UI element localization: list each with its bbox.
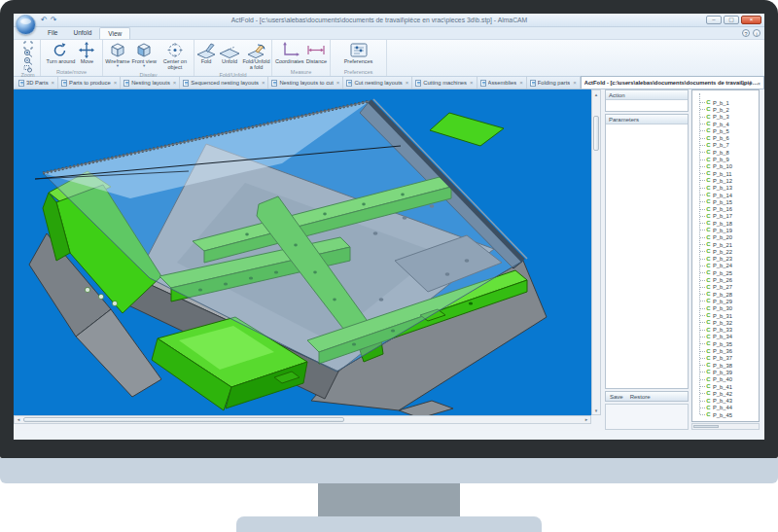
tree-item[interactable]: CP_b_1	[692, 99, 759, 106]
close-tab-icon[interactable]: ×	[469, 80, 474, 86]
tree-item[interactable]: CP_b_18	[692, 220, 759, 227]
tree-item[interactable]: CP_b_38	[692, 362, 759, 369]
tree-item[interactable]: CP_b_28	[692, 291, 759, 298]
scroll-down-icon[interactable]: ▾	[592, 407, 600, 414]
help-icon[interactable]: ?	[742, 29, 750, 37]
tree-item[interactable]: CP_b_32	[692, 319, 759, 326]
document-tab-sequenced-nesting-layouts[interactable]: Sequenced nesting layouts×	[180, 77, 268, 89]
document-tab-assemblies[interactable]: Assemblies×	[477, 77, 527, 89]
tree-item[interactable]: CP_b_30	[692, 305, 759, 312]
tree-item[interactable]: CP_b_5	[692, 127, 759, 134]
tree-item[interactable]: CP_b_42	[692, 390, 759, 397]
tree-item[interactable]: CP_b_43	[692, 397, 759, 404]
restore-button[interactable]: Restore	[630, 392, 651, 401]
tree-item[interactable]: CP_b_21	[692, 241, 759, 248]
tree-scroll-thumb[interactable]	[693, 425, 719, 428]
front-view-button[interactable]: Front view▾	[131, 41, 158, 67]
document-tab-parts-to-produce[interactable]: Parts to produce×	[58, 77, 121, 89]
tree-item[interactable]: CP_b_26	[692, 276, 759, 283]
document-tab-nesting-layouts-to-cut[interactable]: Nesting layouts to cut×	[268, 77, 343, 89]
document-tab-3d-parts[interactable]: 3D Parts×	[16, 77, 58, 89]
tree-item[interactable]: CP_b_29	[692, 298, 759, 304]
tree-item[interactable]: CP_b_35	[692, 340, 759, 347]
tree-item[interactable]: CP_b_40	[692, 376, 759, 383]
minimize-button[interactable]: –	[706, 16, 722, 24]
scroll-up-icon[interactable]: ▴	[592, 90, 600, 98]
center-on-object-button[interactable]: Center on object	[158, 41, 193, 71]
tree-item[interactable]: CP_b_15	[692, 198, 759, 205]
close-tab-icon[interactable]: ×	[172, 80, 177, 86]
move-button[interactable]: Move	[76, 41, 97, 64]
save-button[interactable]: Save	[610, 392, 623, 401]
distance-button[interactable]: Distance	[305, 41, 328, 64]
tree-item[interactable]: CP_b_14	[692, 192, 759, 198]
close-tab-icon[interactable]: ×	[572, 80, 577, 86]
tree-horizontal-scrollbar[interactable]	[691, 423, 760, 430]
tree-item[interactable]: CP_b_22	[692, 248, 759, 255]
tree-item[interactable]: CP_b_19	[692, 227, 759, 233]
preferences-button[interactable]: Preferences	[343, 41, 374, 64]
ribbon-tab-view[interactable]: View	[99, 27, 130, 39]
tree-item[interactable]: CP_b_36	[692, 347, 759, 354]
coordinates-button[interactable]: Coordinates	[274, 41, 305, 64]
tree-item[interactable]: CP_b_10	[692, 163, 759, 170]
close-tab-icon[interactable]: ×	[336, 80, 340, 86]
horizontal-scroll-thumb[interactable]	[23, 417, 344, 422]
tree-item[interactable]: CP_b_34	[692, 334, 759, 340]
tree-item[interactable]: CP_b_3	[692, 114, 759, 121]
tree-item[interactable]: CP_b_17	[692, 213, 759, 220]
tree-item[interactable]: CP_b_8	[692, 149, 759, 156]
tree-item[interactable]: CP_b_39	[692, 369, 759, 375]
tree-item[interactable]: CP_b_2	[692, 106, 759, 113]
tree-item[interactable]: CP_b_9	[692, 156, 759, 162]
tree-item[interactable]: CP_b_27	[692, 284, 759, 291]
document-tab-cutting-machines[interactable]: Cutting machines×	[412, 77, 477, 89]
scroll-left-icon[interactable]: ◂	[15, 416, 22, 423]
maximize-button[interactable]: ▢	[724, 16, 739, 24]
tree-item[interactable]: CP_b_24	[692, 263, 759, 269]
tree-item[interactable]: CP_b_37	[692, 355, 759, 362]
tree-item[interactable]: CP_b_45	[692, 411, 759, 418]
document-tab-cut-nesting-layouts[interactable]: Cut nesting layouts×	[343, 77, 412, 89]
tree-item[interactable]: CP_b_33	[692, 327, 759, 334]
tree-item[interactable]: CP_b_41	[692, 383, 759, 390]
turn-around-button[interactable]: Turn around	[46, 41, 77, 64]
viewport-horizontal-scrollbar[interactable]: ◂ ▸	[14, 415, 591, 424]
zoom-window-button[interactable]	[22, 64, 34, 71]
wireframe-button[interactable]: Wireframe▾	[104, 41, 130, 67]
close-tab-icon[interactable]: ×	[261, 80, 265, 86]
fold-unfold-a-fold-button[interactable]: Fold/Unfold a fold	[241, 41, 271, 71]
tree-item[interactable]: CP_b_12	[692, 177, 759, 184]
close-tab-icon[interactable]: ×	[405, 80, 409, 86]
ribbon-tab-unfold[interactable]: Unfold	[65, 27, 99, 39]
unfold-button[interactable]: Unfold	[218, 41, 241, 64]
ribbon-tab-file[interactable]: File	[40, 27, 65, 39]
close-tab-icon[interactable]: ×	[518, 80, 523, 86]
quick-access-toolbar[interactable]: ↶↷	[41, 14, 59, 26]
close-tab-icon[interactable]: ×	[51, 80, 55, 86]
info-icon[interactable]: i	[753, 29, 760, 37]
tree-item[interactable]: CP_b_25	[692, 269, 759, 276]
tree-item[interactable]: CP_b_16	[692, 205, 759, 212]
close-button[interactable]: ×	[741, 16, 761, 24]
redo-icon[interactable]: ↷	[51, 16, 60, 24]
scroll-right-icon[interactable]: ▸	[583, 416, 590, 423]
tree-item[interactable]: CP_b_6	[692, 134, 759, 141]
undo-icon[interactable]: ↶	[41, 16, 51, 24]
tree-item[interactable]: CP_b_23	[692, 256, 759, 263]
tree-item[interactable]: CP_b_4	[692, 121, 759, 127]
tab-scroll-controls[interactable]: ◂ ▸ ×	[741, 81, 762, 87]
tree-item[interactable]: CP_b_11	[692, 170, 759, 177]
tree-item[interactable]: CP_b_31	[692, 312, 759, 319]
close-tab-icon[interactable]: ×	[113, 80, 118, 86]
almacam-logo-icon[interactable]	[16, 15, 36, 35]
tree-item[interactable]: CP_b_7	[692, 142, 759, 149]
viewport-3d[interactable]	[14, 89, 591, 415]
document-tab-active[interactable]: ActFold - [c:\users\alebas\documents\doc…	[581, 76, 764, 89]
document-tab-folding-parts[interactable]: Folding parts×	[527, 77, 581, 89]
tree-item[interactable]: CP_b_20	[692, 234, 759, 241]
tree-item[interactable]: CP_b_44	[692, 405, 759, 411]
viewport-vertical-scrollbar[interactable]: ▴ ▾	[591, 89, 601, 415]
document-tab-nesting-layouts[interactable]: Nesting layouts×	[121, 77, 180, 89]
tree-item[interactable]: CP_b_13	[692, 185, 759, 192]
